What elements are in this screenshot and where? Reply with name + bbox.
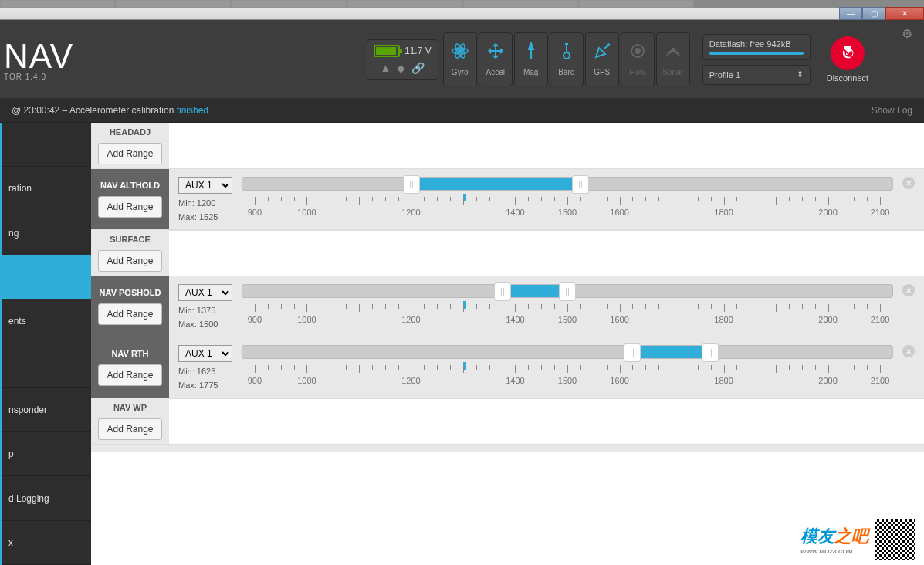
aux-channel-select[interactable]: AUX 1	[178, 345, 232, 362]
show-log-button[interactable]: Show Log	[872, 105, 912, 116]
range-row-empty	[169, 123, 924, 168]
tick-label: 1500	[558, 315, 577, 324]
mode-label-column: NAV RTH Add Range	[91, 337, 169, 398]
add-range-button[interactable]: Add Range	[98, 303, 161, 325]
tick-label: 2100	[871, 376, 889, 385]
sensor-label: Baro	[558, 68, 574, 76]
tick-label: 1000	[297, 376, 316, 385]
sensor-label: Mag	[523, 68, 538, 76]
disconnect-button[interactable]: Disconnect	[827, 36, 868, 83]
sensor-label: Sonar	[662, 68, 683, 76]
add-range-button[interactable]: Add Range	[98, 196, 161, 218]
log-message: Accelerometer calibration	[69, 105, 174, 116]
window-close-button[interactable]: ✕	[885, 7, 924, 20]
tick-label: 900	[248, 208, 262, 217]
tick-label: 1800	[714, 315, 733, 324]
svg-point-6	[607, 43, 610, 46]
settings-gear-icon[interactable]: ⚙	[902, 26, 912, 41]
mode-name: NAV RTH	[111, 349, 148, 358]
tick-label: 1400	[506, 376, 524, 385]
range-row: AUX 1 Min: 1625 Max: 1775 90010001200140…	[169, 337, 924, 398]
sidebar-item-3[interactable]	[2, 255, 91, 299]
updown-icon: ⇕	[797, 69, 804, 80]
sidebar-item-5[interactable]	[2, 343, 91, 387]
add-range-button[interactable]: Add Range	[98, 364, 161, 386]
log-timestamp: @ 23:00:42 –	[12, 105, 69, 116]
tick-label: 1500	[558, 376, 577, 385]
delete-range-button[interactable]: ✕	[902, 177, 915, 189]
tick-label: 1600	[610, 315, 628, 324]
range-row-empty	[169, 230, 924, 276]
tick-label: 1000	[297, 208, 316, 217]
range-handle-min[interactable]	[624, 343, 641, 362]
mode-nav-rth: NAV RTH Add Range AUX 1 Min: 1625 Max: 1…	[91, 337, 924, 398]
sensor-label: Flow	[629, 68, 645, 76]
sidebar-item-2[interactable]: ng	[2, 211, 91, 255]
profile-selector[interactable]: Profile 1⇕	[702, 65, 811, 85]
tick-label: 1400	[506, 315, 524, 324]
range-slider[interactable]: 90010001200140015001600180020002100	[242, 177, 893, 222]
sidebar-item-1[interactable]: ration	[2, 167, 91, 211]
sensor-accel[interactable]: Accel	[479, 32, 513, 86]
axis-ticks: 90010001200140015001600180020002100	[242, 197, 893, 209]
tick-label: 1000	[297, 315, 316, 324]
tick-label: 1500	[558, 208, 577, 217]
range-max-label: Max: 1775	[178, 381, 232, 390]
tick-label: 2000	[818, 315, 837, 324]
sidebar-item-0[interactable]	[2, 123, 91, 167]
sensor-flow[interactable]: Flow	[621, 32, 655, 86]
range-max-label: Max: 1500	[178, 320, 232, 329]
sensor-baro[interactable]: Baro	[550, 32, 584, 86]
sidebar-item-7[interactable]: p	[2, 432, 91, 476]
range-min-label: Min: 1200	[178, 198, 232, 208]
range-handle-min[interactable]	[403, 175, 420, 194]
sidebar-item-8[interactable]: d Logging	[2, 476, 91, 520]
aux-channel-select[interactable]: AUX 1	[178, 177, 232, 194]
mode-surface: SURFACE Add Range	[91, 230, 924, 276]
delete-range-button[interactable]: ✕	[902, 345, 915, 357]
sidebar-item-6[interactable]: nsponder	[2, 388, 91, 432]
aux-channel-select[interactable]: AUX 1	[178, 284, 232, 301]
battery-status: 11.7 V ▲ ◆ 🔗	[367, 39, 438, 80]
range-row: AUX 1 Min: 1200 Max: 1525 90010001200140…	[169, 169, 924, 229]
tick-label: 2100	[871, 208, 889, 217]
add-range-button[interactable]: Add Range	[98, 250, 161, 272]
mode-name: NAV WP	[113, 403, 147, 412]
add-range-button[interactable]: Add Range	[98, 143, 161, 164]
sensor-sonar[interactable]: Sonar	[656, 32, 690, 86]
mode-label-column: NAV POSHOLD Add Range	[91, 276, 169, 337]
range-handle-max[interactable]	[702, 343, 719, 362]
sidebar-item-4[interactable]: ents	[2, 299, 91, 343]
sensor-label: Accel	[486, 68, 504, 76]
range-handle-min[interactable]	[494, 282, 511, 301]
mode-nav-wp: NAV WP Add Range	[91, 398, 924, 445]
range-handle-max[interactable]	[572, 175, 589, 194]
gps-icon	[593, 42, 611, 65]
tick-label: 1600	[610, 376, 628, 385]
range-slider[interactable]: 90010001200140015001600180020002100	[242, 345, 893, 390]
window-minimize-button[interactable]: —	[839, 7, 862, 20]
tick-label: 2100	[871, 315, 889, 324]
mode-label-column: NAV WP Add Range	[91, 398, 169, 444]
svg-text:N: N	[529, 42, 533, 49]
sensor-gyro[interactable]: Gyro	[443, 32, 477, 86]
tick-label: 1600	[610, 208, 628, 217]
tick-label: 1400	[506, 208, 524, 217]
sensor-gps[interactable]: GPS	[585, 32, 619, 86]
sidebar-item-9[interactable]: x	[2, 521, 91, 565]
sensor-label: Gyro	[452, 68, 469, 76]
delete-range-button[interactable]: ✕	[902, 284, 915, 296]
svg-point-5	[564, 52, 570, 59]
window-maximize-button[interactable]: ▢	[862, 7, 885, 20]
tick-label: 900	[248, 376, 262, 385]
range-handle-max[interactable]	[559, 282, 576, 301]
add-range-button[interactable]: Add Range	[98, 418, 161, 440]
dataflash-status[interactable]: Dataflash: free 942kB	[702, 34, 811, 60]
sonar-icon	[664, 42, 682, 65]
sidebar: rationngentsnsponderpd Loggingx	[0, 123, 91, 565]
range-slider[interactable]: 90010001200140015001600180020002100	[242, 284, 893, 329]
gyro-icon	[451, 42, 469, 65]
range-min-label: Min: 1625	[178, 367, 232, 376]
sensor-mag[interactable]: NMag	[514, 32, 548, 86]
content-area: HEADADJ Add Range NAV ALTHOLD Add Range …	[91, 123, 924, 565]
